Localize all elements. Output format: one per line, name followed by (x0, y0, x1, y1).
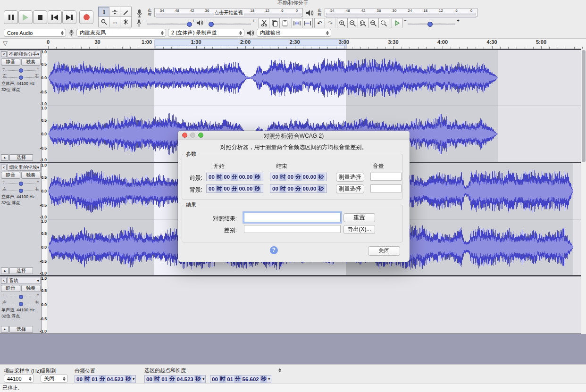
track-close-button[interactable]: × (1, 278, 7, 284)
playback-device-select[interactable]: 内建输出 (257, 29, 331, 37)
trim-outside-button[interactable] (292, 18, 302, 28)
copy-button[interactable] (269, 18, 280, 28)
gain-thumb[interactable] (19, 68, 23, 73)
caret-down-icon[interactable]: ▾ (133, 377, 134, 381)
selection-tool-button[interactable]: I (98, 7, 110, 17)
record-meter-mic-icon[interactable] (136, 9, 143, 18)
pan-thumb[interactable] (19, 189, 23, 193)
track-name-menu[interactable]: 不能和你分手 ▾ (8, 50, 41, 58)
timeline-ruler[interactable]: 0301:001:302:002:303:003:304:004:305:00 (42, 39, 586, 49)
pause-button[interactable] (4, 10, 18, 24)
export-button[interactable]: 导出(X)... (343, 225, 375, 234)
selection-length-field[interactable]: 00时01分56.602秒▾ (210, 375, 271, 383)
play-speed-slider[interactable] (408, 24, 455, 25)
audio-position-field[interactable]: 00时01分04.523秒▾ (75, 375, 136, 383)
difference-field[interactable] (244, 225, 341, 233)
mute-button[interactable]: 静音 (1, 172, 20, 179)
collapse-button[interactable]: ▲ (1, 326, 8, 333)
pan-thumb[interactable] (19, 302, 23, 306)
track-close-button[interactable]: × (1, 51, 7, 57)
play-meter-speaker-icon[interactable] (306, 9, 314, 17)
undo-button[interactable]: ↶ (314, 18, 325, 28)
close-button[interactable]: 关闭 (368, 246, 400, 256)
help-button[interactable]: ? (270, 246, 278, 254)
selection-start-field[interactable]: 00时01分04.523秒▾ (144, 375, 206, 383)
redo-button[interactable]: ↷ (325, 18, 335, 28)
audio-host-select[interactable]: Core Audio (4, 29, 66, 37)
solo-button[interactable]: 独奏 (21, 285, 41, 292)
gain-slider[interactable]: − + (2, 179, 39, 186)
snap-to-select[interactable]: 关闭 (41, 375, 68, 383)
collapse-button[interactable]: ▲ (1, 267, 8, 274)
stop-button[interactable] (33, 10, 47, 24)
pan-thumb[interactable] (19, 75, 23, 80)
track-close-button[interactable]: × (1, 165, 7, 170)
zoom-tool-button[interactable] (98, 17, 110, 27)
select-button[interactable]: 选择 (9, 154, 33, 161)
timeshift-tool-button[interactable]: ↔ (109, 17, 121, 27)
play-at-speed-button[interactable] (392, 18, 402, 28)
gain-thumb[interactable] (19, 182, 23, 186)
monitor-hint[interactable]: 点击开始监视 (214, 9, 244, 16)
pan-slider[interactable]: 左 右 (2, 73, 39, 80)
measure-background-button[interactable]: 测量选择 (336, 184, 364, 193)
zoom-out-button[interactable] (347, 18, 358, 28)
foreground-start-field[interactable]: 00时00分00.00秒 (206, 173, 263, 181)
select-button[interactable]: 选择 (9, 326, 33, 333)
zoom-selection-button[interactable] (358, 18, 368, 28)
skip-to-end-button[interactable] (62, 10, 76, 24)
cut-button[interactable] (259, 18, 269, 28)
background-end-field[interactable]: 00时00分00.00秒 (270, 184, 327, 193)
playback-meter[interactable]: -54-48-42-36-30-24-18-12-60 (325, 8, 477, 17)
solo-button[interactable]: 独奏 (21, 172, 41, 179)
gain-slider[interactable]: − + (2, 292, 39, 299)
background-volume-field[interactable] (370, 184, 402, 192)
record-button[interactable] (79, 10, 93, 24)
solo-button[interactable]: 独奏 (21, 58, 41, 66)
play-meter-channel-labels: 左右 (317, 8, 322, 17)
caret-down-icon[interactable]: ▾ (202, 377, 204, 381)
record-volume-slider[interactable] (147, 24, 191, 25)
foreground-end-field[interactable]: 00时00分00.00秒 (270, 173, 327, 181)
track-name-menu[interactable]: 烟火里的尘埃 ▾ (8, 164, 41, 171)
contrast-result-field[interactable] (244, 213, 341, 222)
vertical-scrollbar-thumb[interactable] (582, 50, 586, 162)
zoom-in-button[interactable] (337, 18, 348, 28)
collapse-button[interactable]: ▲ (1, 154, 8, 161)
background-start-field[interactable]: 00时00分00.00秒 (206, 184, 263, 193)
project-rate-select[interactable]: 44100 (4, 375, 34, 383)
pan-slider[interactable]: 左 右 (2, 186, 39, 193)
select-button[interactable]: 选择 (9, 267, 33, 274)
recording-device-select[interactable]: 内建麦克风 (76, 29, 166, 37)
zoom-toggle-button[interactable] (378, 18, 389, 28)
measure-foreground-button[interactable]: 测量选择 (336, 173, 364, 182)
draw-tool-button[interactable] (120, 7, 132, 17)
record-volume-thumb[interactable] (187, 22, 192, 27)
vertical-scrollbar[interactable] (581, 49, 586, 334)
waveform-track1-left[interactable] (48, 50, 581, 106)
track-name-menu[interactable]: 音轨 ▾ (8, 277, 41, 284)
multi-tool-button[interactable] (120, 17, 132, 27)
foreground-volume-field[interactable] (370, 173, 402, 181)
play-button[interactable] (18, 10, 33, 24)
play-speed-thumb[interactable] (427, 22, 433, 27)
recording-meter[interactable]: -54-48-42-36-30-24-18-12-60 点击开始监视 (154, 8, 303, 17)
recording-channels-select[interactable]: 2 (立体声) 录制声道 (168, 29, 244, 37)
dialog-titlebar[interactable]: 对照分析(符合WCAG 2) (178, 131, 410, 140)
mute-button[interactable]: 静音 (1, 285, 20, 292)
reset-button[interactable]: 重置 (343, 213, 375, 222)
envelope-tool-button[interactable] (109, 7, 121, 17)
gain-slider[interactable]: − + (2, 66, 39, 73)
funnel-icon[interactable]: ▽ (3, 40, 8, 47)
caret-down-icon[interactable]: ▾ (268, 377, 270, 381)
selection-format-select[interactable]: 选区的起点和长度 (144, 367, 272, 374)
zoom-project-button[interactable] (368, 18, 379, 28)
pan-slider[interactable]: 左 右 (2, 300, 39, 306)
play-volume-thumb[interactable] (209, 22, 214, 27)
gain-thumb[interactable] (19, 295, 23, 299)
silence-button[interactable] (302, 18, 313, 28)
play-volume-slider[interactable] (209, 24, 251, 25)
mute-button[interactable]: 静音 (1, 58, 20, 66)
paste-button[interactable] (279, 18, 290, 28)
skip-to-start-button[interactable] (48, 10, 62, 24)
